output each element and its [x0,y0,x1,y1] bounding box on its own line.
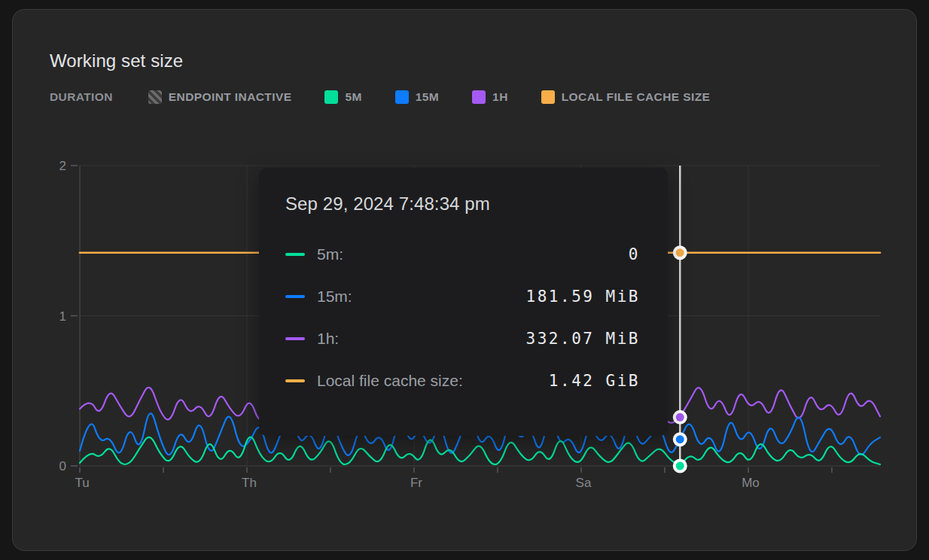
1h-line-icon [285,337,305,340]
legend-item-local-file-cache-size[interactable]: LOCAL FILE CACHE SIZE [541,90,711,104]
1h-swatch-icon [472,90,486,104]
legend-item-label: LOCAL FILE CACHE SIZE [562,90,711,104]
working-set-size-card: Working set size DURATION ENDPOINT INACT… [12,9,917,551]
svg-text:Tu: Tu [75,476,89,490]
svg-text:2: 2 [59,159,66,173]
15m-swatch-icon [395,90,409,104]
tooltip-row-label: Local file cache size: [317,372,463,390]
tooltip-row-value: 332.07 MiB [526,330,640,348]
legend-item-15m[interactable]: 15M [395,90,439,104]
tooltip-timestamp: Sep 29, 2024 7:48:34 pm [285,193,640,215]
5m-swatch-icon [324,90,338,104]
tooltip-row-5m: 5m: 0 [285,239,640,269]
local-file-cache-size-line-icon [285,379,305,382]
svg-text:Mo: Mo [742,476,760,490]
legend-item-endpoint-inactive[interactable]: ENDPOINT INACTIVE [148,90,292,104]
tooltip-row-value: 181.59 MiB [526,288,640,306]
svg-text:Th: Th [242,476,257,490]
legend-duration-label: DURATION [50,90,113,104]
tooltip-row-label: 15m: [317,288,352,306]
5m-line-icon [285,253,305,256]
chart-title: Working set size [50,50,183,72]
legend-item-label: 15M [416,90,439,104]
tooltip-row-value: 1.42 GiB [549,372,640,390]
tooltip-row-local-file-cache-size: Local file cache size: 1.42 GiB [285,366,640,396]
endpoint-inactive-hatch-icon [148,90,162,104]
tooltip-row-value: 0 [629,245,640,263]
legend-item-label: 1H [492,90,508,104]
svg-text:Sa: Sa [576,476,592,490]
chart-plot-area[interactable]: 012TuThFrSaMo Sep 29, 2024 7:48:34 pm 5m… [13,149,918,525]
legend-item-label: 5M [345,90,361,104]
local-file-cache-size-swatch-icon [541,90,555,104]
legend-item-label: ENDPOINT INACTIVE [169,90,292,104]
svg-text:0: 0 [59,459,66,473]
tooltip-row-label: 5m: [317,245,343,263]
chart-legend: DURATION ENDPOINT INACTIVE 5M 15M 1H LOC… [50,89,743,105]
svg-text:1: 1 [59,309,66,324]
legend-item-1h[interactable]: 1H [472,90,508,104]
tooltip-row-label: 1h: [317,330,339,348]
legend-item-5m[interactable]: 5M [324,90,361,104]
15m-line-icon [285,295,305,298]
tooltip-row-15m: 15m: 181.59 MiB [285,282,640,312]
svg-text:Fr: Fr [410,476,422,490]
chart-tooltip: Sep 29, 2024 7:48:34 pm 5m: 0 15m: 181.5… [259,168,668,436]
tooltip-row-1h: 1h: 332.07 MiB [285,324,640,354]
